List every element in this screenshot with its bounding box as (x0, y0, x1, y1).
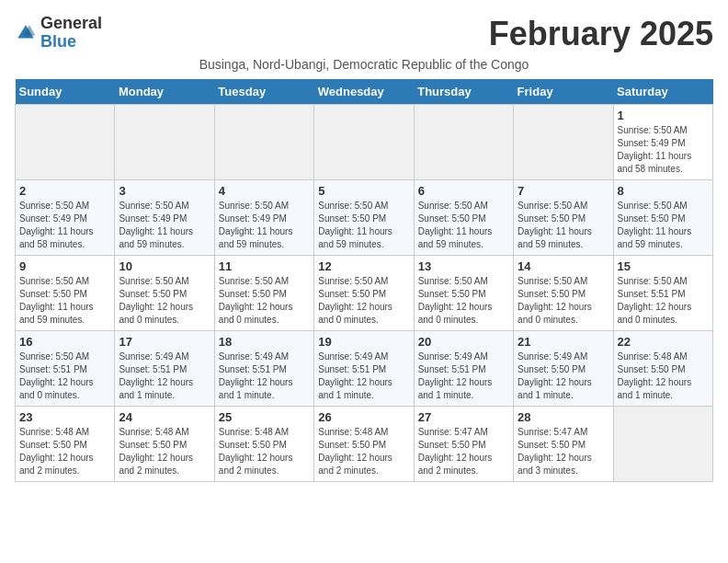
header-day-friday: Friday (514, 79, 613, 105)
day-info: Sunrise: 5:50 AM Sunset: 5:50 PM Dayligh… (418, 275, 509, 327)
day-number: 28 (518, 410, 609, 424)
day-cell: 3Sunrise: 5:50 AM Sunset: 5:49 PM Daylig… (115, 180, 214, 256)
day-cell: 5Sunrise: 5:50 AM Sunset: 5:50 PM Daylig… (314, 180, 414, 256)
day-number: 27 (418, 410, 509, 424)
day-info: Sunrise: 5:50 AM Sunset: 5:49 PM Dayligh… (119, 200, 210, 251)
subtitle: Businga, Nord-Ubangi, Democratic Republi… (15, 57, 713, 72)
day-info: Sunrise: 5:50 AM Sunset: 5:50 PM Dayligh… (518, 275, 609, 327)
day-cell: 16Sunrise: 5:50 AM Sunset: 5:51 PM Dayli… (16, 331, 115, 407)
header-day-sunday: Sunday (16, 79, 115, 105)
day-cell (214, 105, 313, 180)
day-info: Sunrise: 5:50 AM Sunset: 5:51 PM Dayligh… (19, 350, 110, 402)
day-number: 26 (318, 410, 409, 424)
logo-icon (15, 22, 37, 44)
day-number: 2 (19, 184, 110, 198)
day-cell: 27Sunrise: 5:47 AM Sunset: 5:50 PM Dayli… (414, 407, 513, 482)
day-info: Sunrise: 5:49 AM Sunset: 5:51 PM Dayligh… (219, 350, 310, 402)
day-number: 24 (119, 410, 210, 424)
day-info: Sunrise: 5:50 AM Sunset: 5:50 PM Dayligh… (318, 200, 409, 251)
day-number: 1 (618, 109, 709, 122)
day-cell (16, 105, 115, 180)
day-cell: 15Sunrise: 5:50 AM Sunset: 5:51 PM Dayli… (613, 256, 712, 331)
logo: General Blue (15, 15, 102, 52)
logo-blue-text: Blue (40, 33, 102, 52)
day-number: 7 (518, 184, 609, 198)
day-cell: 13Sunrise: 5:50 AM Sunset: 5:50 PM Dayli… (414, 256, 513, 331)
day-number: 12 (318, 259, 409, 273)
day-cell (613, 407, 712, 482)
week-row-3: 16Sunrise: 5:50 AM Sunset: 5:51 PM Dayli… (16, 331, 713, 407)
day-number: 18 (219, 335, 310, 349)
day-number: 21 (518, 335, 609, 349)
week-row-2: 9Sunrise: 5:50 AM Sunset: 5:50 PM Daylig… (16, 256, 713, 331)
header-row: SundayMondayTuesdayWednesdayThursdayFrid… (16, 79, 713, 105)
day-cell: 24Sunrise: 5:48 AM Sunset: 5:50 PM Dayli… (115, 407, 214, 482)
day-number: 13 (418, 259, 509, 273)
day-info: Sunrise: 5:50 AM Sunset: 5:49 PM Dayligh… (219, 200, 310, 251)
day-cell: 4Sunrise: 5:50 AM Sunset: 5:49 PM Daylig… (214, 180, 313, 256)
day-info: Sunrise: 5:48 AM Sunset: 5:50 PM Dayligh… (219, 426, 310, 477)
day-info: Sunrise: 5:49 AM Sunset: 5:51 PM Dayligh… (318, 350, 409, 402)
week-row-4: 23Sunrise: 5:48 AM Sunset: 5:50 PM Dayli… (16, 407, 713, 482)
day-info: Sunrise: 5:50 AM Sunset: 5:50 PM Dayligh… (119, 275, 210, 327)
day-info: Sunrise: 5:49 AM Sunset: 5:50 PM Dayligh… (518, 350, 609, 402)
day-cell: 23Sunrise: 5:48 AM Sunset: 5:50 PM Dayli… (16, 407, 115, 482)
logo-general-text: General (40, 15, 102, 33)
day-cell: 8Sunrise: 5:50 AM Sunset: 5:50 PM Daylig… (613, 180, 712, 256)
day-cell: 21Sunrise: 5:49 AM Sunset: 5:50 PM Dayli… (514, 331, 613, 407)
day-cell (514, 105, 613, 180)
day-number: 14 (518, 259, 609, 273)
header: General Blue February 2025 (15, 15, 713, 53)
month-title: February 2025 (489, 15, 713, 53)
day-number: 22 (618, 335, 709, 349)
day-info: Sunrise: 5:48 AM Sunset: 5:50 PM Dayligh… (618, 350, 709, 402)
day-info: Sunrise: 5:50 AM Sunset: 5:50 PM Dayligh… (318, 275, 409, 327)
day-cell: 19Sunrise: 5:49 AM Sunset: 5:51 PM Dayli… (314, 331, 414, 407)
day-cell: 25Sunrise: 5:48 AM Sunset: 5:50 PM Dayli… (214, 407, 313, 482)
day-number: 15 (618, 259, 709, 273)
day-info: Sunrise: 5:48 AM Sunset: 5:50 PM Dayligh… (119, 426, 210, 477)
day-cell: 17Sunrise: 5:49 AM Sunset: 5:51 PM Dayli… (115, 331, 214, 407)
day-cell: 14Sunrise: 5:50 AM Sunset: 5:50 PM Dayli… (514, 256, 613, 331)
day-info: Sunrise: 5:50 AM Sunset: 5:51 PM Dayligh… (618, 275, 709, 327)
day-info: Sunrise: 5:50 AM Sunset: 5:49 PM Dayligh… (19, 200, 110, 251)
header-day-saturday: Saturday (613, 79, 712, 105)
day-cell: 18Sunrise: 5:49 AM Sunset: 5:51 PM Dayli… (214, 331, 313, 407)
day-info: Sunrise: 5:50 AM Sunset: 5:50 PM Dayligh… (19, 275, 110, 327)
day-number: 20 (418, 335, 509, 349)
week-row-1: 2Sunrise: 5:50 AM Sunset: 5:49 PM Daylig… (16, 180, 713, 256)
day-cell: 7Sunrise: 5:50 AM Sunset: 5:50 PM Daylig… (514, 180, 613, 256)
header-day-wednesday: Wednesday (314, 79, 414, 105)
day-info: Sunrise: 5:50 AM Sunset: 5:50 PM Dayligh… (618, 200, 709, 251)
day-number: 16 (19, 335, 110, 349)
day-number: 3 (119, 184, 210, 198)
title-section: February 2025 (489, 15, 713, 53)
day-cell: 9Sunrise: 5:50 AM Sunset: 5:50 PM Daylig… (16, 256, 115, 331)
day-cell: 20Sunrise: 5:49 AM Sunset: 5:51 PM Dayli… (414, 331, 513, 407)
day-info: Sunrise: 5:47 AM Sunset: 5:50 PM Dayligh… (418, 426, 509, 477)
day-cell (314, 105, 414, 180)
day-number: 5 (318, 184, 409, 198)
day-info: Sunrise: 5:50 AM Sunset: 5:50 PM Dayligh… (518, 200, 609, 251)
week-row-0: 1Sunrise: 5:50 AM Sunset: 5:49 PM Daylig… (16, 105, 713, 180)
day-number: 23 (19, 410, 110, 424)
calendar-header: SundayMondayTuesdayWednesdayThursdayFrid… (16, 79, 713, 105)
day-number: 10 (119, 259, 210, 273)
day-number: 19 (318, 335, 409, 349)
day-cell: 28Sunrise: 5:47 AM Sunset: 5:50 PM Dayli… (514, 407, 613, 482)
day-cell: 2Sunrise: 5:50 AM Sunset: 5:49 PM Daylig… (16, 180, 115, 256)
day-cell (414, 105, 513, 180)
day-info: Sunrise: 5:50 AM Sunset: 5:50 PM Dayligh… (418, 200, 509, 251)
header-day-thursday: Thursday (414, 79, 513, 105)
day-info: Sunrise: 5:49 AM Sunset: 5:51 PM Dayligh… (418, 350, 509, 402)
day-info: Sunrise: 5:48 AM Sunset: 5:50 PM Dayligh… (318, 426, 409, 477)
day-info: Sunrise: 5:50 AM Sunset: 5:49 PM Dayligh… (618, 124, 709, 176)
header-day-monday: Monday (115, 79, 214, 105)
day-number: 17 (119, 335, 210, 349)
day-cell: 26Sunrise: 5:48 AM Sunset: 5:50 PM Dayli… (314, 407, 414, 482)
day-number: 11 (219, 259, 310, 273)
day-cell: 11Sunrise: 5:50 AM Sunset: 5:50 PM Dayli… (214, 256, 313, 331)
header-day-tuesday: Tuesday (214, 79, 313, 105)
day-number: 4 (219, 184, 310, 198)
day-cell: 22Sunrise: 5:48 AM Sunset: 5:50 PM Dayli… (613, 331, 712, 407)
